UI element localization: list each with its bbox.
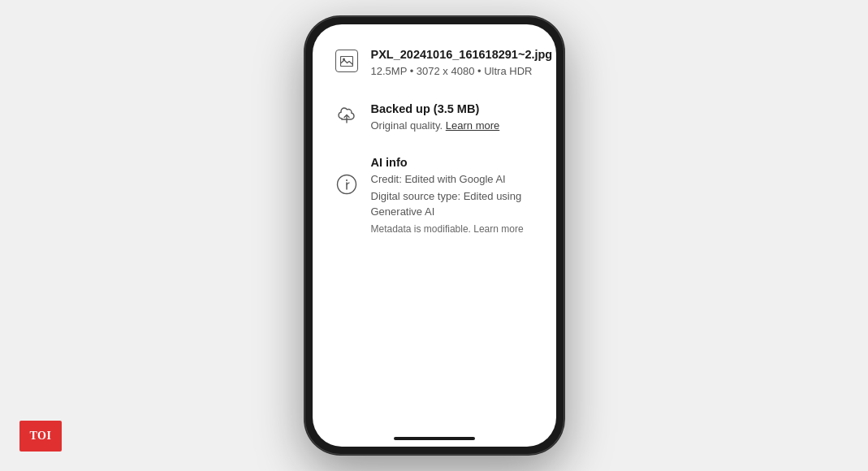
ai-metadata: Metadata is modifiable. Learn more [371, 223, 537, 235]
file-info-section: PXL_20241016_161618291~2.jpg 12.5MP • 30… [332, 47, 537, 79]
backup-section: Backed up (3.5 MB) Original quality. Lea… [332, 102, 537, 133]
ai-learn-more-link[interactable]: Learn more [473, 223, 523, 235]
file-info-text: PXL_20241016_161618291~2.jpg 12.5MP • 30… [361, 47, 553, 79]
home-indicator [394, 437, 475, 440]
svg-point-4 [346, 179, 348, 181]
file-name: PXL_20241016_161618291~2.jpg [371, 47, 553, 63]
backup-text: Backed up (3.5 MB) Original quality. Lea… [361, 102, 537, 133]
image-icon-col [332, 47, 361, 72]
cloud-icon-col [332, 102, 361, 127]
image-icon [335, 50, 358, 72]
toi-label: TOI [30, 430, 52, 443]
phone-screen: PXL_20241016_161618291~2.jpg 12.5MP • 30… [313, 24, 556, 447]
backup-details: Original quality. Learn more [371, 119, 537, 133]
file-details: 12.5MP • 3072 x 4080 • Ultra HDR [371, 64, 553, 79]
ai-info-section: AI info Credit: Edited with Google AI Di… [332, 156, 537, 235]
phone-frame: PXL_20241016_161618291~2.jpg 12.5MP • 30… [304, 16, 564, 455]
ai-credit: Credit: Edited with Google AI [371, 172, 537, 188]
ai-title: AI info [371, 156, 537, 169]
cloud-upload-icon [335, 104, 358, 127]
backup-status: Backed up (3.5 MB) [371, 102, 537, 117]
ai-icon-col [332, 156, 361, 195]
backup-learn-more-link[interactable]: Learn more [446, 119, 499, 132]
ai-info-icon [336, 174, 357, 195]
ai-digital-source: Digital source type: Edited using Genera… [371, 189, 537, 220]
ai-text: AI info Credit: Edited with Google AI Di… [361, 156, 537, 235]
toi-badge: TOI [19, 421, 62, 452]
